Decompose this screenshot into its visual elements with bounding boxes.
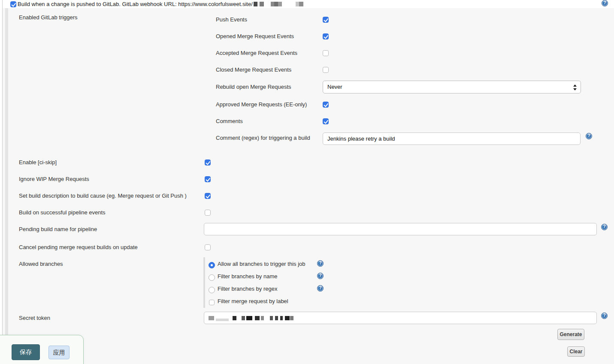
comments-checkbox[interactable] <box>323 118 329 124</box>
comment-regex-input[interactable]: Jenkins please retry a build <box>323 132 581 145</box>
redacted-webhook-url-segment <box>254 2 303 6</box>
set-build-description-label: Set build description to build cause (eg… <box>19 193 187 199</box>
pending-build-name-input[interactable] <box>204 223 597 235</box>
help-icon[interactable]: ? <box>601 313 608 319</box>
rebuild-open-mr-label: Rebuild open Merge Requests <box>216 84 291 90</box>
opened-mr-events-label: Opened Merge Request Events <box>216 33 294 39</box>
secret-token-input[interactable] <box>204 312 597 324</box>
section-border-line <box>2 0 3 364</box>
ignore-wip-mr-label: Ignore WIP Merge Requests <box>19 176 89 182</box>
pending-build-name-label: Pending build name for pipeline <box>19 226 97 232</box>
allowed-branches-label: Allowed branches <box>19 261 63 267</box>
filter-mr-by-label-checkbox[interactable] <box>209 300 215 305</box>
save-button[interactable]: 保存 <box>12 344 40 360</box>
help-icon[interactable]: ? <box>602 0 608 6</box>
updown-arrows-icon <box>573 84 577 91</box>
secret-token-label: Secret token <box>19 315 50 321</box>
radio-group-indent-bar <box>203 257 205 308</box>
accepted-mr-events-label: Accepted Merge Request Events <box>216 50 297 56</box>
allow-all-branches-label: Allow all branches to trigger this job <box>218 261 305 267</box>
approved-mr-checkbox[interactable] <box>323 102 329 108</box>
help-icon[interactable]: ? <box>317 273 324 279</box>
comments-label: Comments <box>216 118 243 124</box>
apply-button[interactable]: 应用 <box>48 346 70 359</box>
rebuild-open-mr-selected-value: Never <box>327 84 342 90</box>
closed-mr-events-checkbox[interactable] <box>323 67 329 73</box>
closed-mr-events-label: Closed Merge Request Events <box>216 66 291 73</box>
filter-mr-by-label-label: Filter merge request by label <box>218 298 288 304</box>
filter-branches-by-name-label: Filter branches by name <box>218 273 277 280</box>
approved-mr-label: Approved Merge Requests (EE-only) <box>216 101 307 108</box>
page-title-text: Build when a change is pushed to GitLab.… <box>18 1 253 7</box>
cancel-pending-mr-checkbox[interactable] <box>205 244 211 250</box>
enable-ci-skip-label: Enable [ci-skip] <box>19 159 57 165</box>
rebuild-open-mr-select[interactable]: Never <box>323 81 581 93</box>
filter-branches-by-name-radio[interactable] <box>209 274 215 281</box>
section-indent-band <box>5 8 8 364</box>
accepted-mr-events-checkbox[interactable] <box>323 50 329 56</box>
generate-button[interactable]: Generate <box>557 329 584 340</box>
build-on-pipeline-checkbox[interactable] <box>205 210 211 216</box>
set-build-description-checkbox[interactable] <box>205 193 211 199</box>
enable-ci-skip-checkbox[interactable] <box>205 159 211 165</box>
build-on-pipeline-label: Build on successful pipeline events <box>19 209 106 216</box>
allow-all-branches-radio[interactable] <box>209 262 215 268</box>
cancel-pending-mr-label: Cancel pending merge request builds on u… <box>19 244 138 250</box>
gitlab-trigger-config-panel: Build when a change is pushed to GitLab.… <box>0 0 614 364</box>
filter-branches-by-regex-radio[interactable] <box>209 287 215 293</box>
page-title: Build when a change is pushed to GitLab.… <box>18 1 303 7</box>
clear-button[interactable]: Clear <box>567 346 585 357</box>
help-icon[interactable]: ? <box>586 133 592 139</box>
push-events-checkbox[interactable] <box>323 17 329 23</box>
redacted-secret-token <box>209 316 293 320</box>
ignore-wip-mr-checkbox[interactable] <box>205 176 211 182</box>
help-icon[interactable]: ? <box>317 260 324 267</box>
help-icon[interactable]: ? <box>601 224 608 230</box>
push-events-label: Push Events <box>216 16 247 23</box>
help-icon[interactable]: ? <box>317 285 324 292</box>
build-when-pushed-checkbox[interactable] <box>10 1 16 7</box>
comment-regex-label: Comment (regex) for triggering a build <box>216 135 310 141</box>
enabled-triggers-label: Enabled GitLab triggers <box>19 14 78 21</box>
filter-branches-by-regex-label: Filter branches by regex <box>218 286 277 292</box>
opened-mr-events-checkbox[interactable] <box>323 33 329 39</box>
